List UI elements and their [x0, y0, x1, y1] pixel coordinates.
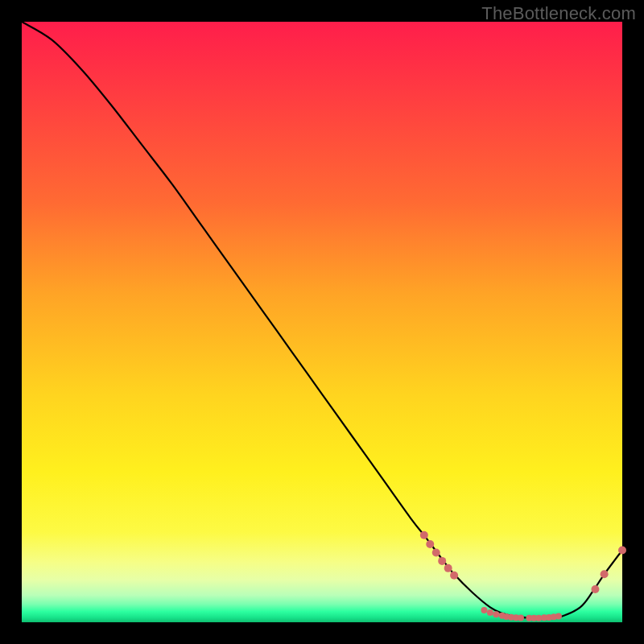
chart-svg [22, 22, 622, 622]
data-marker [487, 609, 493, 616]
data-marker [493, 611, 499, 617]
data-marker [518, 614, 524, 621]
plot-area [22, 22, 622, 622]
data-marker [601, 570, 609, 578]
data-marker [426, 540, 434, 548]
data-marker [420, 531, 428, 539]
data-marker [618, 546, 626, 554]
chart-stage: TheBottleneck.com [0, 0, 644, 644]
data-markers [420, 531, 626, 621]
data-marker [450, 572, 458, 580]
data-marker [555, 613, 562, 620]
data-marker [444, 564, 452, 572]
data-marker [438, 557, 446, 565]
data-marker [432, 548, 440, 556]
data-marker [481, 607, 487, 613]
data-marker [591, 585, 599, 593]
bottleneck-curve [22, 22, 622, 618]
